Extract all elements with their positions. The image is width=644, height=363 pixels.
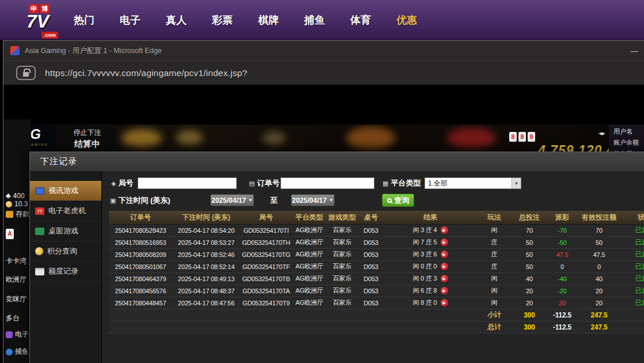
platform-select-value: 1.全部 [425, 179, 512, 188]
payout-cell: -50 [547, 236, 578, 248]
nav-item[interactable]: 体育 [350, 13, 371, 27]
rail-item[interactable]: A [6, 229, 16, 239]
search-button[interactable]: 查询 [382, 194, 414, 207]
table-no-cell: D053 [358, 260, 384, 273]
menu-item-3[interactable]: 积分查询 [30, 241, 101, 262]
rail-item[interactable]: 电子 [6, 330, 29, 339]
platform-label: ▦ 平台类型 [382, 177, 421, 189]
date-from-picker[interactable]: 2025/04/17 ▼ [210, 194, 254, 206]
wifi-icon [598, 130, 606, 137]
screen: 申 博 7V .com 热门电子真人彩票棋牌捕鱼体育优惠 Asia Gaming… [0, 0, 644, 363]
valid-bet-cell: 70 [578, 224, 620, 236]
replay-icon[interactable] [441, 239, 448, 246]
menu-item-4[interactable]: 额度记录 [30, 262, 101, 282]
rail-item[interactable]: 捕鱼 [6, 347, 29, 357]
rail-item[interactable]: ♣400 [6, 191, 25, 200]
result-cell: 闲 3 庄 4 [384, 224, 476, 236]
totals-row: 总计300-112.5247.5 [109, 321, 644, 333]
rail-item[interactable]: 存款 [6, 209, 29, 219]
rail-item[interactable]: 多台 [6, 313, 20, 323]
column-header: 平台类型 [292, 211, 327, 224]
menu-item-0[interactable]: 视讯游戏 [30, 181, 101, 201]
settling-text: 结算中 [59, 139, 115, 150]
nav-item[interactable]: 热门 [74, 13, 94, 27]
rail-item[interactable]: 竞咪厅 [6, 294, 26, 304]
menu-item-1[interactable]: 77电子老虎机 [30, 201, 101, 221]
table-row: 2504170804643792025-04-17 08:49:13GD0532… [109, 273, 644, 285]
bet-time-label: ▣ 下注时间 (美东) [110, 195, 171, 206]
cell [358, 321, 384, 333]
card-icon: 8 [518, 132, 526, 142]
card-icon: 8 [528, 132, 535, 142]
valid-bet-cell: 50 [578, 236, 620, 248]
cell [620, 321, 644, 333]
payout-cell: -20 [547, 285, 578, 297]
cell [358, 309, 384, 321]
card-icon: 8 [509, 132, 517, 142]
play-cell: 闲 [476, 285, 512, 297]
url-text[interactable]: https://gci.7vvvvvv.com/agingame/pcv1/in… [45, 68, 247, 78]
rail-item[interactable]: 卡卡湾 [6, 256, 26, 266]
browser-window: Asia Gaming - 用户配置 1 - Microsoft Edge — … [3, 40, 644, 363]
table-row: 2504170805010672025-04-17 08:52:14GD0532… [109, 260, 644, 273]
nav-item[interactable]: 优惠 [396, 13, 417, 27]
cell [292, 309, 327, 321]
menu-item-label: 视讯游戏 [48, 186, 78, 196]
bet-cell: 20 [512, 285, 547, 297]
site-nav-bar: 申 博 7V .com 热门电子真人彩票棋牌捕鱼体育优惠 [0, 0, 644, 40]
round-input[interactable] [138, 177, 237, 189]
column-header: 桌号 [358, 211, 384, 224]
records-table: 订单号下注时间 (美东)局号平台类型游戏类型桌号结果玩法总投注派彩有效投注额状态… [109, 211, 644, 334]
document-icon: ▤ [249, 180, 255, 187]
rail-item[interactable]: 10.3 [6, 200, 28, 208]
site-info-button[interactable] [16, 66, 36, 80]
rail-item[interactable]: 欧洲厅 [6, 275, 26, 285]
replay-icon[interactable] [441, 287, 448, 294]
totals-valid: 247.5 [578, 309, 620, 321]
time-cell: 2025-04-17 08:49:13 [172, 273, 240, 285]
order-cell: 250417080516953 [109, 236, 172, 248]
coin-icon [35, 247, 43, 255]
cell [292, 321, 327, 333]
nav-item[interactable]: 捕鱼 [304, 13, 325, 27]
replay-icon[interactable] [441, 251, 448, 258]
modal-title: 下注记录 [40, 156, 77, 167]
round-cell: GD053254170TG [240, 248, 292, 260]
table-row: 2504170804565762025-04-17 08:48:37GD0532… [109, 285, 644, 297]
date-to-picker[interactable]: 2025/04/17 ▼ [291, 194, 335, 206]
game-cell: 百家乐 [327, 260, 358, 273]
site-logo[interactable]: 申 博 7V .com [25, 2, 68, 39]
column-header: 订单号 [109, 211, 172, 224]
nav-item[interactable]: 棋牌 [258, 13, 279, 27]
order-input[interactable] [281, 177, 374, 189]
to-label: 至 [270, 195, 278, 206]
minimize-button[interactable]: — [626, 41, 643, 60]
betting-records-modal: 下注记录 视讯游戏77电子老虎机桌面游戏积分查询额度记录 ◈ 局号 ▤ 订单号 [29, 152, 644, 363]
play-cell: 庄 [476, 260, 512, 273]
platform-cell: AG欧洲厅 [292, 248, 327, 260]
order-label: ▤ 订单号 [249, 177, 279, 189]
totals-label: 总计 [476, 321, 512, 333]
order-cell: 250417080508209 [109, 248, 172, 260]
table-row: 2504170804484572025-04-17 08:47:56GD0532… [109, 297, 644, 309]
nav-item[interactable]: 彩票 [212, 13, 233, 27]
address-bar: https://gci.7vvvvvv.com/agingame/pcv1/in… [3, 60, 644, 85]
nav-item[interactable]: 电子 [120, 13, 141, 27]
menu-item-2[interactable]: 桌面游戏 [30, 221, 101, 241]
window-title: Asia Gaming - 用户配置 1 - Microsoft Edge [25, 46, 162, 56]
table-no-cell: D053 [358, 297, 384, 309]
round-cell: GD053254170T9 [240, 297, 292, 309]
platform-select[interactable]: 1.全部 ▼ [425, 177, 521, 189]
tag-icon: ◈ [111, 180, 116, 187]
valid-bet-cell: 47.5 [578, 248, 620, 260]
platform-cell: AG欧洲厅 [292, 285, 327, 297]
replay-icon[interactable] [441, 226, 448, 234]
replay-icon[interactable] [441, 263, 448, 270]
cell [327, 321, 358, 333]
rail-item-label: 电子 [15, 330, 29, 339]
nav-item[interactable]: 真人 [166, 13, 187, 27]
totals-valid: 247.5 [578, 321, 620, 333]
replay-icon[interactable] [441, 299, 448, 307]
club-icon: ♣ [6, 191, 11, 200]
replay-icon[interactable] [441, 275, 448, 282]
